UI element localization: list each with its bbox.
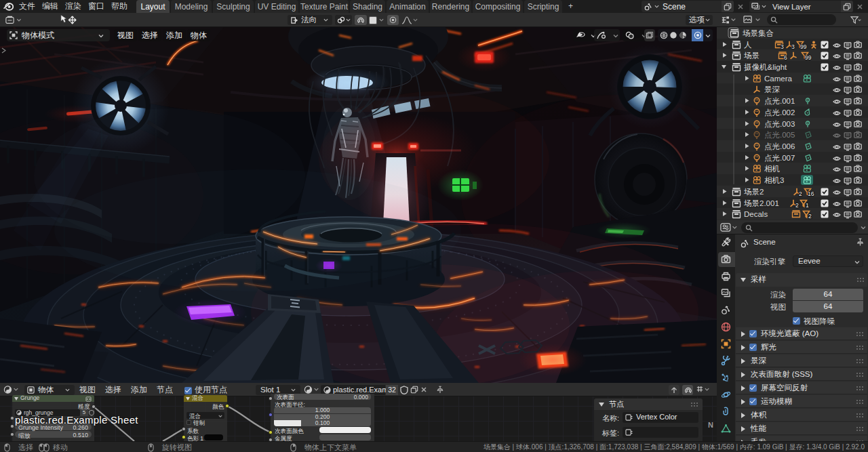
svg-text:6: 6: [784, 54, 787, 61]
svg-text:点光.002: 点光.002: [764, 108, 795, 117]
svg-text:2: 2: [808, 213, 812, 220]
svg-text:场景2: 场景2: [743, 188, 764, 196]
svg-text:Decals: Decals: [744, 210, 768, 218]
svg-text:2: 2: [799, 190, 802, 197]
svg-text:3: 3: [781, 43, 784, 50]
svg-text:点光.007: 点光.007: [764, 154, 795, 162]
svg-text:人: 人: [744, 41, 752, 49]
svg-text:99: 99: [805, 54, 812, 61]
svg-text:场景: 场景: [743, 52, 760, 60]
svg-text:3: 3: [791, 43, 795, 50]
svg-text:Camera: Camera: [764, 75, 793, 83]
svg-text:点光.006: 点光.006: [764, 142, 795, 150]
svg-text:场景集合: 场景集合: [742, 29, 774, 37]
svg-text:场景2.001: 场景2.001: [743, 199, 779, 207]
svg-text:摄像机&light: 摄像机&light: [744, 63, 787, 71]
svg-text:相机3: 相机3: [764, 176, 784, 184]
svg-text:1: 1: [806, 202, 809, 209]
svg-text:景深: 景深: [764, 85, 781, 94]
svg-text:2: 2: [795, 202, 799, 209]
svg-text:点光.001: 点光.001: [764, 97, 795, 105]
svg-text:99: 99: [800, 43, 807, 50]
svg-text:N: N: [708, 421, 713, 429]
svg-text:点光.003: 点光.003: [764, 120, 795, 128]
svg-text:16: 16: [808, 190, 814, 197]
svg-text:相机: 相机: [764, 165, 781, 173]
svg-text:点光.005: 点光.005: [764, 131, 795, 139]
